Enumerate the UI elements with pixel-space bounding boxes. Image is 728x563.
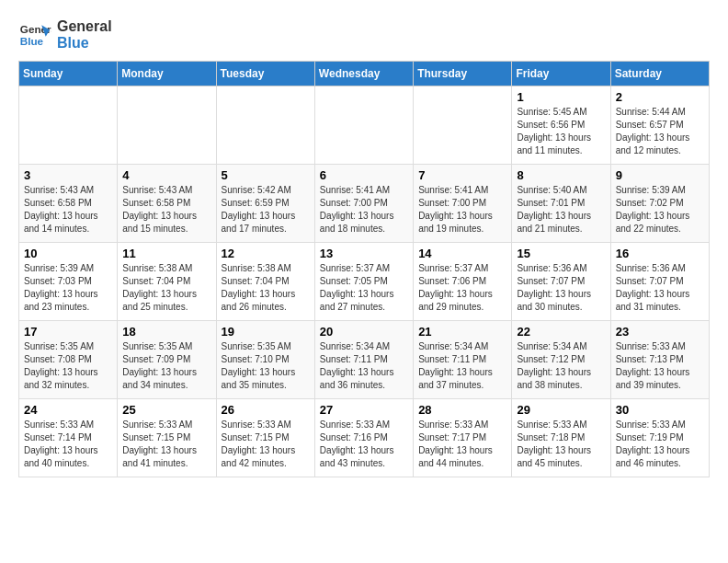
day-info: Sunrise: 5:42 AM Sunset: 6:59 PM Dayligh… (222, 184, 310, 236)
day-cell: 19Sunrise: 5:35 AM Sunset: 7:10 PM Dayli… (216, 321, 314, 399)
day-info: Sunrise: 5:41 AM Sunset: 7:00 PM Dayligh… (320, 184, 408, 236)
day-number: 14 (418, 247, 506, 260)
day-info: Sunrise: 5:33 AM Sunset: 7:15 PM Dayligh… (122, 419, 210, 470)
day-cell: 21Sunrise: 5:34 AM Sunset: 7:11 PM Dayli… (414, 321, 512, 399)
day-cell: 28Sunrise: 5:33 AM Sunset: 7:17 PM Dayli… (414, 399, 512, 477)
day-info: Sunrise: 5:44 AM Sunset: 6:57 PM Dayligh… (616, 106, 704, 157)
day-cell: 29Sunrise: 5:33 AM Sunset: 7:18 PM Dayli… (512, 399, 610, 477)
day-info: Sunrise: 5:39 AM Sunset: 7:03 PM Dayligh… (24, 262, 112, 314)
day-number: 1 (517, 90, 605, 104)
day-cell: 6Sunrise: 5:41 AM Sunset: 7:00 PM Daylig… (314, 165, 413, 243)
day-cell: 22Sunrise: 5:34 AM Sunset: 7:12 PM Dayli… (512, 321, 610, 399)
day-number: 21 (418, 325, 506, 339)
calendar-table: SundayMondayTuesdayWednesdayThursdayFrid… (18, 61, 710, 477)
day-info: Sunrise: 5:36 AM Sunset: 7:07 PM Dayligh… (616, 262, 704, 314)
day-cell: 16Sunrise: 5:36 AM Sunset: 7:07 PM Dayli… (610, 243, 709, 321)
day-info: Sunrise: 5:38 AM Sunset: 7:04 PM Dayligh… (122, 262, 210, 314)
day-cell: 27Sunrise: 5:33 AM Sunset: 7:16 PM Dayli… (314, 399, 413, 477)
header-sunday: Sunday (19, 62, 118, 86)
logo-general: General (57, 18, 112, 35)
day-number: 18 (122, 325, 210, 339)
day-cell: 20Sunrise: 5:34 AM Sunset: 7:11 PM Dayli… (314, 321, 413, 399)
header-saturday: Saturday (610, 62, 709, 86)
day-cell: 26Sunrise: 5:33 AM Sunset: 7:15 PM Dayli… (216, 399, 314, 477)
day-number: 7 (418, 168, 506, 182)
day-number: 9 (616, 168, 704, 182)
day-info: Sunrise: 5:40 AM Sunset: 7:01 PM Dayligh… (517, 184, 605, 236)
day-cell: 25Sunrise: 5:33 AM Sunset: 7:15 PM Dayli… (118, 399, 216, 477)
day-number: 13 (320, 247, 408, 260)
day-info: Sunrise: 5:35 AM Sunset: 7:08 PM Dayligh… (24, 340, 112, 392)
day-number: 28 (418, 403, 506, 417)
header-tuesday: Tuesday (216, 62, 314, 86)
logo: General Blue General Blue (18, 18, 112, 52)
day-number: 12 (222, 247, 310, 260)
day-cell (19, 86, 118, 165)
day-cell: 24Sunrise: 5:33 AM Sunset: 7:14 PM Dayli… (19, 399, 118, 477)
day-cell: 10Sunrise: 5:39 AM Sunset: 7:03 PM Dayli… (19, 243, 118, 321)
day-cell: 15Sunrise: 5:36 AM Sunset: 7:07 PM Dayli… (512, 243, 610, 321)
day-number: 11 (122, 247, 210, 260)
day-info: Sunrise: 5:36 AM Sunset: 7:07 PM Dayligh… (517, 262, 605, 314)
day-number: 16 (616, 247, 704, 260)
day-number: 4 (122, 168, 210, 182)
header-friday: Friday (512, 62, 610, 86)
calendar-header-row: SundayMondayTuesdayWednesdayThursdayFrid… (19, 62, 710, 86)
header-wednesday: Wednesday (314, 62, 413, 86)
week-row-3: 10Sunrise: 5:39 AM Sunset: 7:03 PM Dayli… (19, 243, 710, 321)
week-row-4: 17Sunrise: 5:35 AM Sunset: 7:08 PM Dayli… (19, 321, 710, 399)
day-info: Sunrise: 5:37 AM Sunset: 7:05 PM Dayligh… (320, 262, 408, 314)
logo-blue: Blue (57, 35, 112, 52)
day-cell (414, 86, 512, 165)
day-cell: 17Sunrise: 5:35 AM Sunset: 7:08 PM Dayli… (19, 321, 118, 399)
day-info: Sunrise: 5:33 AM Sunset: 7:14 PM Dayligh… (24, 419, 112, 470)
day-number: 10 (24, 247, 112, 260)
day-info: Sunrise: 5:33 AM Sunset: 7:15 PM Dayligh… (222, 419, 310, 470)
day-number: 2 (616, 90, 704, 104)
day-cell: 30Sunrise: 5:33 AM Sunset: 7:19 PM Dayli… (610, 399, 709, 477)
day-info: Sunrise: 5:34 AM Sunset: 7:12 PM Dayligh… (517, 340, 605, 392)
week-row-5: 24Sunrise: 5:33 AM Sunset: 7:14 PM Dayli… (19, 399, 710, 477)
day-number: 20 (320, 325, 408, 339)
header-monday: Monday (118, 62, 216, 86)
day-number: 15 (517, 247, 605, 260)
day-cell: 18Sunrise: 5:35 AM Sunset: 7:09 PM Dayli… (118, 321, 216, 399)
day-number: 6 (320, 168, 408, 182)
day-info: Sunrise: 5:38 AM Sunset: 7:04 PM Dayligh… (222, 262, 310, 314)
day-cell (216, 86, 314, 165)
day-info: Sunrise: 5:45 AM Sunset: 6:56 PM Dayligh… (517, 106, 605, 157)
day-cell: 5Sunrise: 5:42 AM Sunset: 6:59 PM Daylig… (216, 165, 314, 243)
day-cell: 9Sunrise: 5:39 AM Sunset: 7:02 PM Daylig… (610, 165, 709, 243)
logo-icon: General Blue (18, 18, 51, 52)
day-cell: 14Sunrise: 5:37 AM Sunset: 7:06 PM Dayli… (414, 243, 512, 321)
day-info: Sunrise: 5:41 AM Sunset: 7:00 PM Dayligh… (418, 184, 506, 236)
day-info: Sunrise: 5:37 AM Sunset: 7:06 PM Dayligh… (418, 262, 506, 314)
day-number: 30 (616, 403, 704, 417)
day-number: 22 (517, 325, 605, 339)
day-info: Sunrise: 5:33 AM Sunset: 7:17 PM Dayligh… (418, 419, 506, 470)
week-row-2: 3Sunrise: 5:43 AM Sunset: 6:58 PM Daylig… (19, 165, 710, 243)
svg-text:Blue: Blue (20, 35, 44, 47)
week-row-1: 1Sunrise: 5:45 AM Sunset: 6:56 PM Daylig… (19, 86, 710, 165)
day-cell: 13Sunrise: 5:37 AM Sunset: 7:05 PM Dayli… (314, 243, 413, 321)
day-info: Sunrise: 5:39 AM Sunset: 7:02 PM Dayligh… (616, 184, 704, 236)
day-cell: 12Sunrise: 5:38 AM Sunset: 7:04 PM Dayli… (216, 243, 314, 321)
day-info: Sunrise: 5:34 AM Sunset: 7:11 PM Dayligh… (418, 340, 506, 392)
day-info: Sunrise: 5:33 AM Sunset: 7:18 PM Dayligh… (517, 419, 605, 470)
day-cell: 1Sunrise: 5:45 AM Sunset: 6:56 PM Daylig… (512, 86, 610, 165)
day-number: 19 (222, 325, 310, 339)
day-info: Sunrise: 5:43 AM Sunset: 6:58 PM Dayligh… (122, 184, 210, 236)
day-info: Sunrise: 5:34 AM Sunset: 7:11 PM Dayligh… (320, 340, 408, 392)
day-cell: 2Sunrise: 5:44 AM Sunset: 6:57 PM Daylig… (610, 86, 709, 165)
day-info: Sunrise: 5:33 AM Sunset: 7:13 PM Dayligh… (616, 340, 704, 392)
day-info: Sunrise: 5:43 AM Sunset: 6:58 PM Dayligh… (24, 184, 112, 236)
day-number: 26 (222, 403, 310, 417)
day-number: 25 (122, 403, 210, 417)
day-number: 5 (222, 168, 310, 182)
day-number: 3 (24, 168, 112, 182)
day-info: Sunrise: 5:33 AM Sunset: 7:19 PM Dayligh… (616, 419, 704, 470)
day-cell: 7Sunrise: 5:41 AM Sunset: 7:00 PM Daylig… (414, 165, 512, 243)
day-number: 17 (24, 325, 112, 339)
header-thursday: Thursday (414, 62, 512, 86)
day-info: Sunrise: 5:35 AM Sunset: 7:09 PM Dayligh… (122, 340, 210, 392)
